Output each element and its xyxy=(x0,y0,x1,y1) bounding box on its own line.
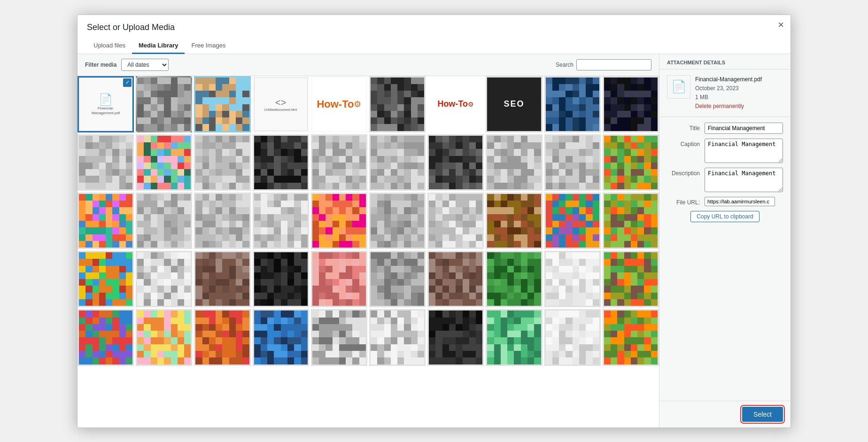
attachment-info: 📄 Financial-Management.pdf October 23, 2… xyxy=(659,70,790,117)
delete-permanently-link[interactable]: Delete permanently xyxy=(695,103,744,109)
media-item[interactable] xyxy=(544,309,601,365)
modal-title-area: Select or Upload Media Upload files Medi… xyxy=(87,23,232,54)
fields-area: Title Caption Financial Management Descr… xyxy=(659,117,790,400)
media-item[interactable] xyxy=(427,309,484,365)
media-item[interactable] xyxy=(78,309,134,365)
media-item[interactable] xyxy=(194,76,250,132)
media-item[interactable] xyxy=(369,251,426,307)
side-panel: ATTACHMENT DETAILS 📄 Financial-Managemen… xyxy=(659,54,790,427)
description-label: Description xyxy=(667,168,705,177)
media-item[interactable] xyxy=(603,251,659,307)
media-item[interactable] xyxy=(194,251,250,307)
media-item[interactable] xyxy=(486,251,542,307)
media-item[interactable] xyxy=(78,134,134,191)
filter-label: Filter media xyxy=(85,62,116,68)
media-item[interactable] xyxy=(194,134,250,191)
modal-body: Filter media All dates Search 📄 Financia… xyxy=(78,54,790,427)
media-item[interactable] xyxy=(136,76,192,132)
tab-bar: Upload files Media Library Free Images xyxy=(87,38,232,54)
media-item[interactable] xyxy=(427,193,484,249)
date-filter-select[interactable]: All dates xyxy=(121,59,169,71)
media-item[interactable]: How-To ⚙ xyxy=(427,76,484,132)
media-item[interactable] xyxy=(486,134,542,191)
media-item[interactable]: How-To ⚙ xyxy=(311,76,367,132)
tab-upload[interactable]: Upload files xyxy=(87,38,132,54)
media-item[interactable] xyxy=(253,251,309,307)
media-item[interactable] xyxy=(486,193,542,249)
media-item[interactable] xyxy=(136,251,192,307)
media-item[interactable] xyxy=(253,309,309,365)
media-item[interactable] xyxy=(311,251,367,307)
caption-textarea[interactable]: Financial Management xyxy=(705,139,783,163)
attachment-meta: Financial-Management.pdf October 23, 202… xyxy=(695,75,762,111)
search-area: Search xyxy=(556,59,651,70)
media-item[interactable] xyxy=(603,134,659,191)
media-item[interactable] xyxy=(427,134,484,191)
media-item[interactable] xyxy=(544,134,601,191)
filter-bar: Filter media All dates Search xyxy=(78,54,659,76)
media-item[interactable] xyxy=(253,134,309,191)
attachment-file-icon: 📄 xyxy=(667,75,690,99)
description-field-row: Description Financial Management xyxy=(667,168,783,192)
attachment-section-title: ATTACHMENT DETAILS xyxy=(659,54,790,70)
media-area: Filter media All dates Search 📄 Financia… xyxy=(78,54,659,427)
select-button[interactable]: Select xyxy=(742,407,783,422)
media-item[interactable] xyxy=(369,193,426,249)
media-item[interactable] xyxy=(136,193,192,249)
media-grid: 📄 Financial-Management.pdf ✓ <> Untitled… xyxy=(78,76,659,366)
media-item[interactable] xyxy=(603,76,659,132)
media-item[interactable] xyxy=(544,193,601,249)
title-field-row: Title xyxy=(667,123,783,134)
media-item[interactable] xyxy=(486,309,542,365)
media-item[interactable]: <> Untitleddocument.html xyxy=(253,76,309,132)
attachment-filename: Financial-Management.pdf xyxy=(695,75,762,84)
file-url-label: File URL: xyxy=(667,197,705,206)
media-item[interactable] xyxy=(544,251,601,307)
description-textarea[interactable]: Financial Management xyxy=(705,168,783,192)
media-item[interactable] xyxy=(136,134,192,191)
modal-header: Select or Upload Media Upload files Medi… xyxy=(78,15,790,54)
media-item[interactable] xyxy=(311,309,367,365)
attachment-date: October 23, 2023 xyxy=(695,84,762,93)
attachment-size: 1 MB xyxy=(695,93,762,102)
media-item[interactable] xyxy=(603,193,659,249)
media-item[interactable] xyxy=(136,309,192,365)
media-item[interactable] xyxy=(78,251,134,307)
close-button[interactable]: × xyxy=(778,20,784,30)
bottom-bar: Select xyxy=(659,401,790,427)
media-grid-scroll[interactable]: 📄 Financial-Management.pdf ✓ <> Untitled… xyxy=(78,76,659,427)
file-url-field-row: File URL: xyxy=(667,197,783,206)
media-item[interactable] xyxy=(78,193,134,249)
tab-library[interactable]: Media Library xyxy=(132,38,185,54)
media-item[interactable] xyxy=(194,193,250,249)
file-url-input[interactable] xyxy=(705,197,775,206)
title-label: Title xyxy=(667,123,705,132)
search-label: Search xyxy=(556,62,574,68)
media-item[interactable] xyxy=(253,193,309,249)
media-item[interactable] xyxy=(544,76,601,132)
media-item[interactable] xyxy=(311,193,367,249)
media-item[interactable]: SEO xyxy=(486,76,542,132)
tab-free-images[interactable]: Free Images xyxy=(185,38,232,54)
media-item[interactable]: 📄 Financial-Management.pdf ✓ xyxy=(78,76,134,132)
media-modal: Select or Upload Media Upload files Medi… xyxy=(77,15,791,428)
media-item[interactable] xyxy=(603,309,659,365)
media-item[interactable] xyxy=(427,251,484,307)
title-input[interactable] xyxy=(705,123,783,134)
media-item[interactable] xyxy=(369,76,426,132)
media-item[interactable] xyxy=(311,134,367,191)
caption-field-row: Caption Financial Management xyxy=(667,139,783,163)
caption-label: Caption xyxy=(667,139,705,147)
search-input[interactable] xyxy=(576,59,651,70)
media-item[interactable] xyxy=(369,309,426,365)
modal-title: Select or Upload Media xyxy=(87,23,232,32)
file-url-area xyxy=(705,197,775,206)
copy-url-button[interactable]: Copy URL to clipboard xyxy=(690,211,759,222)
media-item[interactable] xyxy=(369,134,426,191)
media-item[interactable] xyxy=(194,309,250,365)
